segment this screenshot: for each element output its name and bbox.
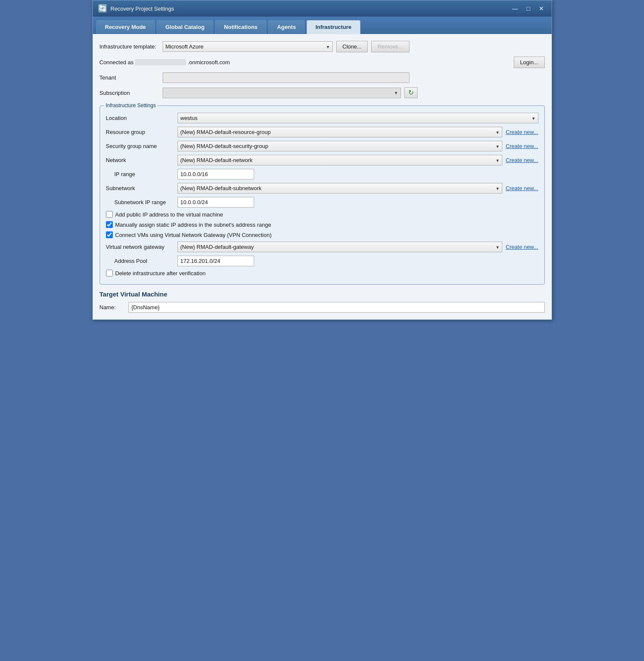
virtual-gateway-select[interactable]: (New) RMAD-default-gateway bbox=[177, 242, 502, 252]
tenant-label: Tenant bbox=[100, 74, 159, 81]
subnetwork-create-new[interactable]: Create new... bbox=[506, 185, 538, 191]
login-button[interactable]: Login... bbox=[514, 57, 545, 68]
address-pool-label: Address Pool bbox=[114, 258, 174, 264]
tab-infrastructure[interactable]: Infrastructure bbox=[306, 20, 361, 34]
public-ip-checkbox-row: Add public IP address to the virtual mac… bbox=[106, 211, 538, 218]
tab-notifications[interactable]: Notifications bbox=[215, 20, 266, 34]
address-pool-input[interactable] bbox=[177, 256, 254, 266]
vm-name-input[interactable] bbox=[129, 302, 545, 313]
infra-template-select[interactable]: Microsoft Azure bbox=[163, 41, 333, 52]
connected-row: Connected as .onmicrosoft.com Login... bbox=[100, 57, 545, 68]
connected-account bbox=[135, 59, 186, 66]
window-title: Recovery Project Settings bbox=[111, 6, 175, 12]
target-vm-section: Target Virtual Machine Name: bbox=[100, 291, 545, 313]
minimize-button[interactable]: — bbox=[509, 5, 521, 12]
ip-range-input[interactable] bbox=[177, 169, 254, 179]
subnetwork-ip-range-input[interactable] bbox=[177, 197, 254, 208]
connected-domain: .onmicrosoft.com bbox=[188, 59, 230, 66]
app-icon: 🔄 bbox=[98, 4, 107, 13]
maximize-button[interactable]: □ bbox=[524, 5, 532, 12]
close-button[interactable]: ✕ bbox=[536, 5, 547, 12]
infra-settings-fieldset: Infrastructure Settings Location westus … bbox=[100, 103, 545, 285]
delete-infra-checkbox[interactable] bbox=[106, 270, 113, 276]
subnetwork-row: Subnetwork (New) RMAD-default-subnetwork… bbox=[106, 183, 538, 194]
tenant-row: Tenant bbox=[100, 72, 545, 83]
virtual-gateway-row: Virtual network gateway (New) RMAD-defau… bbox=[106, 242, 538, 252]
subscription-select[interactable] bbox=[163, 88, 401, 98]
virtual-gateway-label: Virtual network gateway bbox=[106, 244, 174, 250]
location-select[interactable]: westus bbox=[177, 113, 538, 123]
tenant-input[interactable] bbox=[163, 72, 409, 83]
tab-recovery-mode[interactable]: Recovery Mode bbox=[96, 20, 155, 34]
static-ip-checkbox-row: Manually assign static IP address in the… bbox=[106, 221, 538, 228]
security-group-row: Security group name (New) RMAD-default-s… bbox=[106, 141, 538, 151]
virtual-gateway-create-new[interactable]: Create new... bbox=[506, 244, 538, 250]
content-area: Infrastructure template: Microsoft Azure… bbox=[93, 34, 552, 319]
static-ip-checkbox[interactable] bbox=[106, 221, 113, 228]
vm-name-label: Name: bbox=[100, 304, 125, 311]
resource-group-label: Resource group bbox=[106, 129, 174, 135]
tabs-bar: Recovery Mode Global Catalog Notificatio… bbox=[93, 17, 552, 34]
network-label: Network bbox=[106, 157, 174, 163]
refresh-button[interactable]: ↻ bbox=[404, 87, 418, 98]
subscription-label: Subscription bbox=[100, 90, 159, 96]
network-create-new[interactable]: Create new... bbox=[506, 157, 538, 163]
vpn-checkbox-row: Connect VMs using Virtual Network Gatewa… bbox=[106, 231, 538, 238]
static-ip-label: Manually assign static IP address in the… bbox=[115, 222, 271, 228]
resource-group-row: Resource group (New) RMAD-default-resour… bbox=[106, 127, 538, 137]
ip-range-row: IP range bbox=[106, 169, 538, 179]
resource-group-select[interactable]: (New) RMAD-default-resource-group bbox=[177, 127, 502, 137]
infra-template-label: Infrastructure template: bbox=[100, 43, 159, 50]
title-bar: 🔄 Recovery Project Settings — □ ✕ bbox=[93, 0, 552, 17]
clone-button[interactable]: Clone... bbox=[336, 41, 368, 52]
location-label: Location bbox=[106, 115, 174, 121]
security-group-select[interactable]: (New) RMAD-default-security-group bbox=[177, 141, 502, 151]
target-vm-title: Target Virtual Machine bbox=[100, 291, 545, 298]
network-row: Network (New) RMAD-default-network ▼ Cre… bbox=[106, 155, 538, 165]
subnetwork-select[interactable]: (New) RMAD-default-subnetwork bbox=[177, 183, 502, 194]
tab-global-catalog[interactable]: Global Catalog bbox=[157, 20, 214, 34]
vpn-checkbox[interactable] bbox=[106, 231, 113, 238]
subscription-row: Subscription ▼ ↻ bbox=[100, 87, 545, 98]
resource-group-create-new[interactable]: Create new... bbox=[506, 129, 538, 135]
public-ip-checkbox[interactable] bbox=[106, 211, 113, 218]
tab-agents[interactable]: Agents bbox=[268, 20, 305, 34]
public-ip-label: Add public IP address to the virtual mac… bbox=[115, 211, 223, 218]
subnetwork-label: Subnetwork bbox=[106, 185, 174, 191]
security-group-create-new[interactable]: Create new... bbox=[506, 143, 538, 149]
infra-settings-legend: Infrastructure Settings bbox=[104, 103, 157, 108]
connected-prefix: Connected as bbox=[100, 59, 134, 66]
vpn-label: Connect VMs using Virtual Network Gatewa… bbox=[115, 232, 272, 238]
network-select[interactable]: (New) RMAD-default-network bbox=[177, 155, 502, 165]
delete-infra-label: Delete infrastructure after verification bbox=[115, 270, 206, 276]
security-group-label: Security group name bbox=[106, 143, 174, 149]
ip-range-label: IP range bbox=[114, 171, 174, 177]
vm-name-row: Name: bbox=[100, 302, 545, 313]
address-pool-row: Address Pool bbox=[106, 256, 538, 266]
location-row: Location westus ▼ bbox=[106, 113, 538, 123]
delete-infra-checkbox-row: Delete infrastructure after verification bbox=[106, 270, 538, 276]
subnetwork-ip-range-row: Subnetwork IP range bbox=[106, 197, 538, 208]
infra-template-row: Infrastructure template: Microsoft Azure… bbox=[100, 41, 545, 52]
remove-button[interactable]: Remove... bbox=[371, 41, 409, 52]
window-controls: — □ ✕ bbox=[509, 5, 546, 12]
subnetwork-ip-range-label: Subnetwork IP range bbox=[114, 199, 174, 205]
main-window: 🔄 Recovery Project Settings — □ ✕ Recove… bbox=[92, 0, 552, 320]
